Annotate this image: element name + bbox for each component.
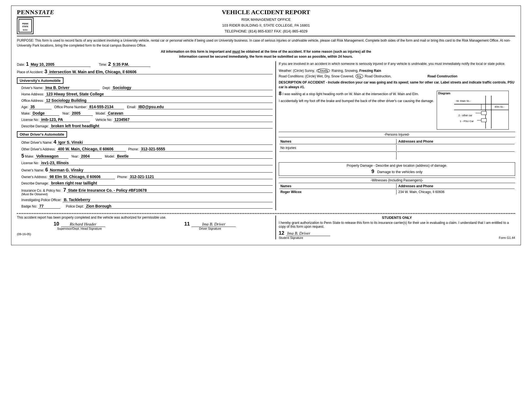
svg-text:PENN: PENN — [22, 22, 28, 25]
other-name-label: Other Driver's Name: — [21, 141, 52, 145]
sig2-field-number: 11 — [184, 221, 190, 227]
institution-logo: PENNSTATE PENN STATE BUSS — [17, 9, 53, 34]
insurance-field-number: 7 — [63, 187, 66, 193]
year-value: 2005 — [71, 111, 93, 116]
road-obstruction: Road Obstruction, — [365, 74, 392, 78]
svg-text:2 - other car: 2 - other car — [459, 114, 472, 117]
svg-text:STATE: STATE — [22, 26, 28, 27]
other-make-label: Make: — [25, 155, 34, 158]
vehicle-label: Vehicle No: — [95, 118, 112, 122]
header-divider — [17, 36, 515, 36]
students-only-header: STUDENTS ONLY — [279, 216, 515, 220]
police-row: Investigating Police Officer: B. Tackleb… — [21, 198, 273, 202]
license-vehicle-row: License No: imb-123, PA Vehicle No: 1234… — [21, 117, 273, 122]
right-intro-text: If you are involved in an accident in wh… — [279, 61, 515, 66]
owner-phone-label: Phone: — [117, 175, 128, 179]
footer-right-text: I hereby grant authorization to Penn Sta… — [279, 221, 515, 229]
age-value: 35 — [29, 105, 52, 109]
form-title: VEHICLE ACCIDENT REPORT — [222, 9, 310, 16]
office-phone-label: Office Phone Number: — [54, 105, 87, 109]
weather-freezing-rain: Freezing Rain — [359, 69, 381, 73]
time-field-number: 2 — [108, 61, 111, 67]
svg-rect-8 — [481, 111, 487, 115]
penn-state-shield: PENN STATE BUSS — [17, 17, 34, 34]
form-header: PENNSTATE PENN STATE BUSS VEHICLE ACCIDE… — [17, 9, 515, 34]
insurance-value: State Erie Insurance Co. - Policy #BF106… — [67, 188, 273, 193]
accident-desc-text-block: 8 I was waiting at a stop light heading … — [279, 91, 434, 130]
time-value: 5:35 P.M. — [112, 62, 150, 67]
home-address-value: 123 Hiway Street, State College — [45, 92, 273, 97]
supervisor-sig-line: Richard Header — [61, 222, 105, 227]
office-address-row: Office Address: 12 Sociology Building — [21, 98, 273, 103]
time-label: Time: — [99, 63, 107, 67]
badge-label: Badge No: — [21, 204, 37, 208]
road-conditions-row: Road Conditions: (Circle) Wet, Dry, Snow… — [279, 74, 515, 79]
weather-cloudy-circled: Cloudy, — [316, 69, 330, 73]
right-column: If you are involved in an accident in wh… — [276, 61, 515, 210]
purpose-important: All information on this form is importan… — [17, 49, 515, 59]
property-field-number: 9 — [371, 169, 374, 174]
other-license-label: License No: — [21, 161, 39, 165]
owner-address-label: Owner's Address: — [21, 175, 47, 179]
driver-sig-block: 11 Ima B. Driver Driver Signature — [147, 221, 272, 230]
driver-sig-line: Ima B. Driver — [191, 222, 236, 227]
date-time-row: Date: 1 May 10, 2005 Time: 2 5:35 P.M. — [17, 61, 273, 67]
other-name-field-number: 4 — [53, 139, 56, 145]
footer-signatures-row: 10 Richard Header Supervisor/Dept. Head … — [17, 221, 273, 230]
damage-label: Describe Damage: — [21, 124, 49, 128]
accident-field-number: 8 — [279, 91, 282, 96]
office-phone-value: 814-555-2134 — [88, 105, 124, 109]
sig3-field-number: 12 — [279, 230, 284, 236]
other-name-row: Other Driver's Name: 4 Igor S. Vinski — [21, 139, 273, 145]
drivers-name-label: Driver's Name: — [21, 86, 43, 90]
other-make-value: Volkswagon — [35, 154, 68, 159]
supervisor-sig-block: 10 Richard Header Supervisor/Dept. Head … — [17, 221, 142, 230]
witness-names-col-header: Names — [279, 184, 397, 189]
drivers-name-value: Ima B. Driver — [44, 85, 100, 90]
other-address-label: Other Driver's Address: — [21, 147, 56, 151]
witnesses-table: Names Addresses and Phone Roger Wilcox 2… — [279, 183, 515, 195]
email-value: IBD@psu.edu — [137, 105, 273, 109]
accident-desc-section: 8 I was waiting at a stop light heading … — [279, 91, 515, 130]
home-address-row: Home Address: 123 Hiway Street, State Co… — [21, 92, 273, 97]
other-address-value: 400 W. Main, Chicago, Il 60606 — [57, 147, 126, 151]
police-value: B. Tackleberry — [63, 198, 273, 202]
other-license-value: isv1-23, Illinois — [40, 161, 273, 165]
university-auto-section: Driver's Name: Ima B. Driver Dept: Socio… — [17, 85, 273, 128]
police-dept-value: Zion Borough — [85, 204, 273, 209]
names-col-header: Names — [279, 139, 397, 144]
road-dry: Dry, — [324, 74, 330, 78]
other-year-value: 2004 — [80, 154, 102, 159]
elm-label: -Elm St.- — [494, 105, 504, 108]
road-label: Road Conditions: (Circle) — [279, 74, 316, 78]
license-value: imb-123, PA — [40, 117, 90, 122]
age-label: Age: — [21, 105, 28, 109]
witnesses-section: -Witnesses (Including Passengers)- Names… — [279, 178, 515, 195]
owner-name-row: Owner's Name: 6 Norman G. Vinsky — [21, 167, 273, 173]
witness-addresses-col-header: Addresses and Phone — [397, 184, 515, 189]
weather-sunny: Sunny, — [305, 69, 315, 73]
student-sig-title: Student Signature — [279, 236, 394, 239]
diagram-label: Diagram — [437, 91, 508, 95]
age-phone-email-row: Age: 35 Office Phone Number: 814-555-213… — [21, 105, 273, 109]
other-damage-label: Describe Damage: — [21, 181, 49, 185]
other-auto-header: Other Driver's Automobile — [17, 131, 67, 138]
sig1-field-number: 10 — [54, 221, 59, 227]
other-phone-value: 312-321-5555 — [140, 147, 273, 151]
badge-row: Badge No: 77 Police Dept: Zion Borough — [21, 204, 273, 209]
owner-phone-value: 312-321-1121 — [129, 174, 273, 179]
office-address: 103 RIDER BUILDING II, STATE COLLEGE, PA… — [222, 23, 310, 29]
drivers-name-row: Driver's Name: Ima B. Driver Dept: Socio… — [21, 85, 273, 90]
other-damage-value: broken right rear taillight — [50, 181, 273, 186]
property-damage-value: Damage to the vehicles only — [377, 170, 422, 174]
damage-value: broken left front headlight — [50, 124, 273, 128]
property-damage-row: 9 Damage to the vehicles only — [281, 169, 513, 174]
dept-value: Sociology — [112, 85, 273, 90]
office-address-label: Office Address: — [21, 99, 44, 103]
purpose-text: PURPOSE: This form is used to record fac… — [17, 38, 515, 48]
supervisor-sig-title: Supervisor/Dept. Head Signature — [17, 227, 142, 230]
other-make-row: 5 Make: Volkswagon Year: 2004 Model: Bee… — [21, 153, 273, 159]
other-address-row: Other Driver's Address: 400 W. Main, Chi… — [21, 147, 273, 151]
weather-row: Weather: (Circle) Sunny, Cloudy, Raining… — [279, 69, 515, 73]
police-label: Investigating Police Officer: — [21, 198, 62, 202]
